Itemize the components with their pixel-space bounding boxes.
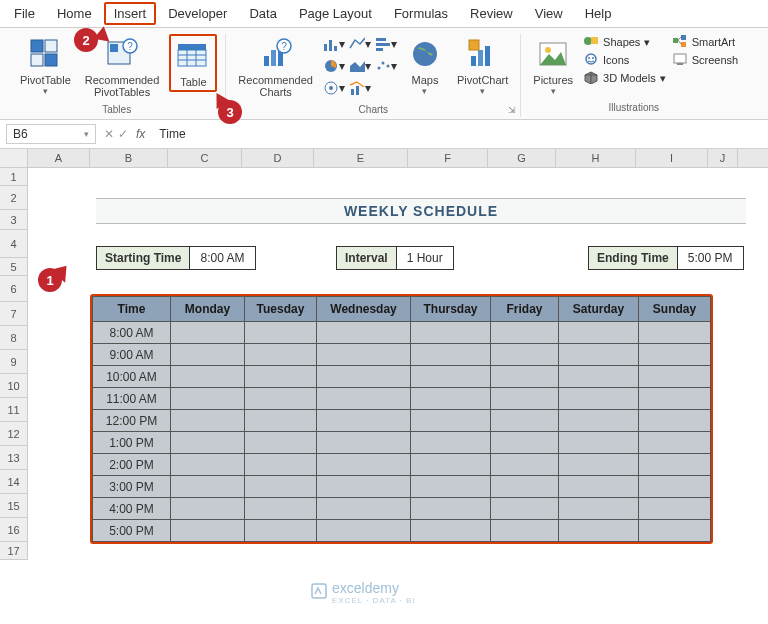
table-cell[interactable] xyxy=(639,432,711,454)
table-cell[interactable] xyxy=(639,520,711,542)
column-header-C[interactable]: C xyxy=(168,149,242,167)
table-header[interactable]: Wednesday xyxy=(317,297,411,322)
table-cell[interactable] xyxy=(411,366,491,388)
table-cell[interactable] xyxy=(491,366,559,388)
table-cell[interactable] xyxy=(559,344,639,366)
menu-home[interactable]: Home xyxy=(47,2,102,25)
maps-button[interactable]: Maps ▾ xyxy=(403,34,447,98)
table-row[interactable]: 3:00 PM xyxy=(93,476,711,498)
table-cell[interactable] xyxy=(245,322,317,344)
table-cell[interactable] xyxy=(559,476,639,498)
name-box[interactable]: B6▾ xyxy=(6,124,96,144)
table-cell[interactable] xyxy=(171,388,245,410)
table-cell[interactable] xyxy=(639,344,711,366)
table-cell[interactable] xyxy=(491,520,559,542)
table-cell[interactable] xyxy=(491,454,559,476)
screenshot-button[interactable]: Screensh xyxy=(672,52,738,68)
menu-help[interactable]: Help xyxy=(575,2,622,25)
table-cell[interactable] xyxy=(639,476,711,498)
table-cell[interactable] xyxy=(559,366,639,388)
row-header-16[interactable]: 16 xyxy=(0,518,28,542)
row-header-17[interactable]: 17 xyxy=(0,542,28,560)
table-cell[interactable] xyxy=(245,498,317,520)
table-cell[interactable] xyxy=(171,454,245,476)
table-row[interactable]: 10:00 AM xyxy=(93,366,711,388)
table-cell[interactable] xyxy=(171,432,245,454)
row-header-8[interactable]: 8 xyxy=(0,326,28,350)
table-row[interactable]: 2:00 PM xyxy=(93,454,711,476)
table-cell[interactable] xyxy=(171,322,245,344)
table-cell[interactable]: 8:00 AM xyxy=(93,322,171,344)
table-cell[interactable] xyxy=(411,322,491,344)
table-cell[interactable] xyxy=(245,366,317,388)
enter-icon[interactable]: ✓ xyxy=(118,127,128,141)
column-header-A[interactable]: A xyxy=(28,149,90,167)
table-cell[interactable] xyxy=(245,520,317,542)
table-cell[interactable] xyxy=(245,476,317,498)
cell-area[interactable]: WEEKLY SCHEDULE Starting Time 8:00 AM In… xyxy=(28,168,768,560)
table-header[interactable]: Saturday xyxy=(559,297,639,322)
column-chart-icon[interactable]: ▾ xyxy=(323,34,345,54)
table-cell[interactable] xyxy=(245,410,317,432)
table-cell[interactable] xyxy=(559,410,639,432)
table-cell[interactable] xyxy=(317,410,411,432)
menu-view[interactable]: View xyxy=(525,2,573,25)
table-button[interactable]: Table xyxy=(169,34,217,92)
row-header-14[interactable]: 14 xyxy=(0,470,28,494)
interval-value[interactable]: 1 Hour xyxy=(397,246,454,270)
smartart-button[interactable]: SmartArt xyxy=(672,34,738,50)
table-cell[interactable] xyxy=(411,520,491,542)
row-header-7[interactable]: 7 xyxy=(0,302,28,326)
table-cell[interactable] xyxy=(491,410,559,432)
table-cell[interactable] xyxy=(171,366,245,388)
table-cell[interactable] xyxy=(317,322,411,344)
table-cell[interactable] xyxy=(491,432,559,454)
menu-review[interactable]: Review xyxy=(460,2,523,25)
select-all-corner[interactable] xyxy=(0,149,28,167)
table-cell[interactable] xyxy=(411,454,491,476)
menu-file[interactable]: File xyxy=(4,2,45,25)
charts-dialog-launcher-icon[interactable]: ⇲ xyxy=(508,105,516,115)
table-header[interactable]: Monday xyxy=(171,297,245,322)
table-cell[interactable]: 1:00 PM xyxy=(93,432,171,454)
table-cell[interactable] xyxy=(411,344,491,366)
bar-chart-icon[interactable]: ▾ xyxy=(375,34,397,54)
table-cell[interactable] xyxy=(491,322,559,344)
table-cell[interactable] xyxy=(171,498,245,520)
row-header-6[interactable]: 6 xyxy=(0,276,28,302)
line-chart-icon[interactable]: ▾ xyxy=(349,34,371,54)
table-cell[interactable] xyxy=(317,520,411,542)
starting-time-value[interactable]: 8:00 AM xyxy=(190,246,255,270)
table-row[interactable]: 4:00 PM xyxy=(93,498,711,520)
table-row[interactable]: 8:00 AM xyxy=(93,322,711,344)
row-header-13[interactable]: 13 xyxy=(0,446,28,470)
table-header[interactable]: Friday xyxy=(491,297,559,322)
table-cell[interactable] xyxy=(171,520,245,542)
table-cell[interactable] xyxy=(491,388,559,410)
table-cell[interactable] xyxy=(559,388,639,410)
table-cell[interactable]: 12:00 PM xyxy=(93,410,171,432)
table-cell[interactable] xyxy=(411,388,491,410)
formula-input[interactable]: Time xyxy=(153,125,762,143)
table-cell[interactable] xyxy=(171,410,245,432)
table-cell[interactable]: 10:00 AM xyxy=(93,366,171,388)
column-header-H[interactable]: H xyxy=(556,149,636,167)
table-cell[interactable] xyxy=(171,344,245,366)
pie-chart-icon[interactable]: ▾ xyxy=(323,56,345,76)
area-chart-icon[interactable]: ▾ xyxy=(349,56,371,76)
column-header-J[interactable]: J xyxy=(708,149,738,167)
table-row[interactable]: 11:00 AM xyxy=(93,388,711,410)
row-header-5[interactable]: 5 xyxy=(0,258,28,276)
row-header-11[interactable]: 11 xyxy=(0,398,28,422)
column-header-B[interactable]: B xyxy=(90,149,168,167)
table-cell[interactable] xyxy=(639,454,711,476)
table-header[interactable]: Sunday xyxy=(639,297,711,322)
table-cell[interactable] xyxy=(245,344,317,366)
row-header-2[interactable]: 2 xyxy=(0,186,28,210)
icons-button[interactable]: Icons xyxy=(583,52,666,68)
table-cell[interactable] xyxy=(317,498,411,520)
menu-developer[interactable]: Developer xyxy=(158,2,237,25)
row-header-1[interactable]: 1 xyxy=(0,168,28,186)
table-row[interactable]: 5:00 PM xyxy=(93,520,711,542)
row-header-15[interactable]: 15 xyxy=(0,494,28,518)
